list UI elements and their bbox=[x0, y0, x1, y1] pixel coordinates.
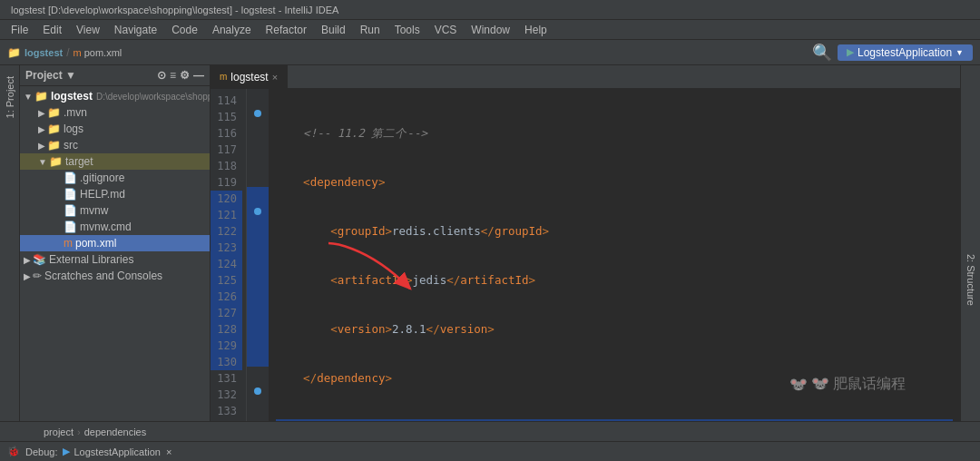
gutter-125 bbox=[247, 269, 269, 285]
nav-file-name[interactable]: pom.xml bbox=[84, 47, 122, 58]
gutter-121 bbox=[247, 203, 269, 220]
title-bar: logstest [D:\develop\workspace\shopping\… bbox=[0, 0, 980, 20]
tree-scratches-item[interactable]: ▶ ✏ Scratches and Consoles bbox=[20, 268, 210, 284]
tab-bar: m logstest × bbox=[211, 65, 960, 89]
target-folder-icon: 📁 bbox=[49, 155, 63, 168]
breakpoint-dot-115[interactable] bbox=[254, 110, 261, 117]
line-num-130: 130 bbox=[211, 354, 242, 370]
scratches-arrow[interactable]: ▶ bbox=[24, 271, 31, 281]
breakpoint-dot-121[interactable] bbox=[254, 208, 261, 215]
menu-edit[interactable]: Edit bbox=[35, 22, 69, 38]
target-arrow[interactable]: ▼ bbox=[38, 157, 47, 167]
tree-mvnwcmd-item[interactable]: 📄 mvnw.cmd bbox=[20, 219, 210, 235]
code-114: <!-- 11.2 第二个--> bbox=[276, 125, 427, 142]
breadcrumb-dependencies[interactable]: dependencies bbox=[84, 427, 147, 437]
debug-app-name[interactable]: LogstestApplication bbox=[74, 446, 160, 457]
menu-tools[interactable]: Tools bbox=[387, 22, 427, 38]
editor-content[interactable]: 114 115 116 117 118 119 120 121 122 123 … bbox=[211, 89, 960, 421]
logs-folder-icon: 📁 bbox=[47, 123, 61, 135]
code-117: <artifactId>jedis</artifactId> bbox=[276, 272, 535, 289]
menu-code[interactable]: Code bbox=[164, 22, 205, 38]
menu-refactor[interactable]: Refactor bbox=[259, 22, 314, 38]
root-arrow[interactable]: ▼ bbox=[24, 92, 33, 102]
pom-xml-icon: m bbox=[74, 47, 82, 58]
tree-pom-item[interactable]: m pom.xml bbox=[20, 235, 210, 251]
breadcrumb-sep1: › bbox=[77, 427, 81, 437]
project-tree: ▼ 📁 logstest D:\develop\workspace\shoppi… bbox=[20, 86, 210, 421]
mvnw-icon: 📄 bbox=[64, 204, 77, 217]
code-line-119: </dependency> bbox=[276, 370, 953, 387]
root-name: logstest bbox=[51, 90, 93, 103]
menu-navigate[interactable]: Navigate bbox=[107, 22, 164, 38]
tab-name: logstest bbox=[230, 71, 268, 83]
tree-mvn-item[interactable]: ▶ 📁 .mvn bbox=[20, 104, 210, 121]
breakpoint-dot-132[interactable] bbox=[254, 387, 261, 395]
line-num-133: 133 bbox=[211, 403, 242, 419]
panel-title: Project ▼ bbox=[25, 69, 76, 82]
menu-vcs[interactable]: VCS bbox=[427, 22, 465, 38]
gutter bbox=[247, 89, 269, 421]
tree-gitignore-item[interactable]: 📄 .gitignore bbox=[20, 170, 210, 186]
line-num-129: 129 bbox=[211, 338, 242, 354]
nav-separator: / bbox=[66, 46, 69, 59]
search-icon[interactable]: 🔍 bbox=[812, 43, 832, 63]
menu-help[interactable]: Help bbox=[517, 22, 554, 38]
structure-side-tab[interactable]: 2: Structure bbox=[963, 247, 979, 313]
editor-panel: m logstest × 114 115 116 117 118 119 120… bbox=[211, 65, 960, 421]
gutter-129 bbox=[247, 334, 269, 350]
tree-logs-item[interactable]: ▶ 📁 logs bbox=[20, 121, 210, 137]
settings-icon[interactable]: ⚙ bbox=[180, 69, 190, 82]
run-config-button[interactable]: ▶ LogstestApplication ▼ bbox=[838, 44, 973, 61]
collapse-icon[interactable]: ≡ bbox=[170, 69, 176, 82]
pom-name: pom.xml bbox=[75, 237, 116, 250]
line-num-119: 119 bbox=[211, 174, 242, 191]
status-bar: project › dependencies bbox=[0, 421, 980, 441]
line-num-126: 126 bbox=[211, 289, 242, 305]
breadcrumb-project[interactable]: project bbox=[44, 427, 74, 437]
gutter-122 bbox=[247, 220, 269, 236]
panel-header: Project ▼ ⊙ ≡ ⚙ — bbox=[20, 65, 210, 86]
gutter-133 bbox=[247, 399, 269, 416]
nav-project-name[interactable]: logstest bbox=[24, 47, 63, 58]
code-115: <dependency> bbox=[276, 174, 385, 191]
ext-libs-icon: 📚 bbox=[33, 253, 46, 266]
line-num-121: 121 bbox=[211, 207, 242, 223]
tree-help-item[interactable]: 📄 HELP.md bbox=[20, 186, 210, 202]
mvnwcmd-name: mvnw.cmd bbox=[80, 221, 132, 233]
ext-libs-name: External Libraries bbox=[49, 253, 133, 266]
code-area[interactable]: <!-- 11.2 第二个--> <dependency> <groupId>r… bbox=[269, 89, 960, 421]
tree-mvnw-item[interactable]: 📄 mvnw bbox=[20, 202, 210, 219]
debug-close-icon[interactable]: × bbox=[166, 446, 172, 457]
menu-view[interactable]: View bbox=[69, 22, 107, 38]
menu-file[interactable]: File bbox=[4, 22, 35, 38]
debug-run-icon: ▶ bbox=[63, 446, 70, 457]
menu-analyze[interactable]: Analyze bbox=[205, 22, 259, 38]
panel-icons: ⊙ ≡ ⚙ — bbox=[157, 69, 204, 82]
tree-target-item[interactable]: ▼ 📁 target bbox=[20, 153, 210, 170]
menu-window[interactable]: Window bbox=[464, 22, 517, 38]
logs-arrow[interactable]: ▶ bbox=[38, 124, 45, 134]
project-side-tab[interactable]: 1: Project bbox=[2, 69, 18, 125]
line-num-122: 122 bbox=[211, 223, 242, 240]
menu-bar: File Edit View Navigate Code Analyze Ref… bbox=[0, 20, 980, 40]
sync-icon[interactable]: ⊙ bbox=[157, 69, 166, 82]
mvn-arrow[interactable]: ▶ bbox=[38, 108, 45, 118]
gutter-131 bbox=[247, 367, 269, 383]
side-tabs-left: 1: Project bbox=[0, 65, 20, 421]
src-arrow[interactable]: ▶ bbox=[38, 141, 45, 151]
menu-build[interactable]: Build bbox=[314, 22, 353, 38]
tab-close-icon[interactable]: × bbox=[272, 72, 278, 83]
logs-name: logs bbox=[64, 123, 83, 135]
tab-logstest[interactable]: m logstest × bbox=[211, 65, 288, 88]
tree-ext-libs-item[interactable]: ▶ 📚 External Libraries bbox=[20, 251, 210, 268]
ext-libs-arrow[interactable]: ▶ bbox=[24, 255, 31, 265]
gutter-118 bbox=[247, 154, 269, 171]
target-name: target bbox=[65, 155, 93, 168]
tree-root-item[interactable]: ▼ 📁 logstest D:\develop\workspace\shoppi… bbox=[20, 88, 210, 104]
menu-run[interactable]: Run bbox=[353, 22, 387, 38]
line-numbers: 114 115 116 117 118 119 120 121 122 123 … bbox=[211, 89, 247, 421]
debug-bar: 🐞 Debug: ▶ LogstestApplication × bbox=[0, 441, 980, 461]
tree-src-item[interactable]: ▶ 📁 src bbox=[20, 137, 210, 153]
close-panel-icon[interactable]: — bbox=[193, 69, 204, 82]
code-119: </dependency> bbox=[276, 370, 392, 387]
